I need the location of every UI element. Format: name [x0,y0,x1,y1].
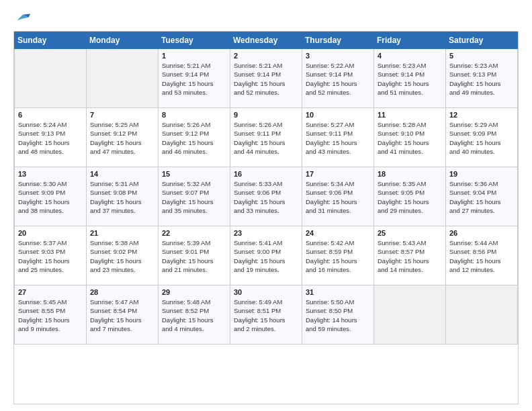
day-number: 15 [162,170,226,178]
calendar-cell: 24Sunrise: 5:42 AM Sunset: 8:59 PM Dayli… [302,226,374,285]
calendar-cell: 9Sunrise: 5:26 AM Sunset: 9:11 PM Daylig… [230,108,302,167]
day-info: Sunrise: 5:38 AM Sunset: 9:02 PM Dayligh… [90,238,154,274]
calendar-cell [374,285,446,345]
page: SundayMondayTuesdayWednesdayThursdayFrid… [0,0,532,411]
day-number: 18 [378,170,442,178]
weekday-header: Monday [87,32,159,49]
day-number: 29 [162,288,226,296]
day-number: 4 [378,52,442,60]
day-info: Sunrise: 5:23 AM Sunset: 9:13 PM Dayligh… [449,61,514,97]
calendar-cell: 23Sunrise: 5:41 AM Sunset: 9:00 PM Dayli… [230,226,302,285]
calendar-cell: 15Sunrise: 5:32 AM Sunset: 9:07 PM Dayli… [159,167,230,226]
day-number: 10 [306,111,370,119]
day-number: 23 [234,229,298,237]
calendar-cell: 16Sunrise: 5:33 AM Sunset: 9:06 PM Dayli… [230,167,302,226]
day-info: Sunrise: 5:45 AM Sunset: 8:55 PM Dayligh… [18,298,83,333]
calendar-cell: 25Sunrise: 5:43 AM Sunset: 8:57 PM Dayli… [374,226,446,285]
calendar-cell [446,285,518,345]
calendar-cell: 3Sunrise: 5:22 AM Sunset: 9:14 PM Daylig… [302,49,374,108]
day-number: 30 [234,288,298,296]
calendar: SundayMondayTuesdayWednesdayThursdayFrid… [13,31,519,404]
day-info: Sunrise: 5:26 AM Sunset: 9:11 PM Dayligh… [234,120,298,156]
day-number: 31 [306,288,370,296]
day-info: Sunrise: 5:43 AM Sunset: 8:57 PM Dayligh… [378,238,442,274]
calendar-cell: 22Sunrise: 5:39 AM Sunset: 9:01 PM Dayli… [159,226,230,285]
day-info: Sunrise: 5:47 AM Sunset: 8:54 PM Dayligh… [90,298,154,333]
day-number: 12 [449,111,514,119]
day-number: 20 [18,229,83,237]
day-info: Sunrise: 5:44 AM Sunset: 8:56 PM Dayligh… [449,238,514,274]
day-info: Sunrise: 5:23 AM Sunset: 9:14 PM Dayligh… [378,61,442,97]
day-number: 1 [162,52,226,60]
day-number: 13 [18,170,83,178]
day-info: Sunrise: 5:48 AM Sunset: 8:52 PM Dayligh… [162,298,226,333]
weekday-header: Saturday [446,32,518,49]
day-info: Sunrise: 5:32 AM Sunset: 9:07 PM Dayligh… [162,179,226,215]
day-number: 16 [234,170,298,178]
day-number: 21 [90,229,154,237]
day-info: Sunrise: 5:34 AM Sunset: 9:06 PM Dayligh… [306,179,370,215]
calendar-cell: 28Sunrise: 5:47 AM Sunset: 8:54 PM Dayli… [87,285,159,345]
header [13,11,519,24]
day-info: Sunrise: 5:21 AM Sunset: 9:14 PM Dayligh… [162,61,226,97]
day-info: Sunrise: 5:22 AM Sunset: 9:14 PM Dayligh… [306,61,370,97]
calendar-cell: 7Sunrise: 5:25 AM Sunset: 9:12 PM Daylig… [87,108,159,167]
calendar-cell: 20Sunrise: 5:37 AM Sunset: 9:03 PM Dayli… [15,226,87,285]
calendar-cell: 4Sunrise: 5:23 AM Sunset: 9:14 PM Daylig… [374,49,446,108]
calendar-cell: 31Sunrise: 5:50 AM Sunset: 8:50 PM Dayli… [302,285,374,345]
calendar-cell: 8Sunrise: 5:26 AM Sunset: 9:12 PM Daylig… [159,108,230,167]
day-info: Sunrise: 5:37 AM Sunset: 9:03 PM Dayligh… [18,238,83,274]
day-info: Sunrise: 5:27 AM Sunset: 9:11 PM Dayligh… [306,120,370,156]
calendar-cell: 14Sunrise: 5:31 AM Sunset: 9:08 PM Dayli… [87,167,159,226]
day-info: Sunrise: 5:21 AM Sunset: 9:14 PM Dayligh… [234,61,298,97]
calendar-cell: 18Sunrise: 5:35 AM Sunset: 9:05 PM Dayli… [374,167,446,226]
day-number: 5 [449,52,514,60]
weekday-header: Thursday [302,32,374,49]
day-number: 24 [306,229,370,237]
calendar-cell: 27Sunrise: 5:45 AM Sunset: 8:55 PM Dayli… [15,285,87,345]
weekday-header: Sunday [15,32,87,49]
calendar-cell: 26Sunrise: 5:44 AM Sunset: 8:56 PM Dayli… [446,226,518,285]
calendar-cell: 19Sunrise: 5:36 AM Sunset: 9:04 PM Dayli… [446,167,518,226]
day-number: 17 [306,170,370,178]
day-number: 28 [90,288,154,296]
day-info: Sunrise: 5:41 AM Sunset: 9:00 PM Dayligh… [234,238,298,274]
calendar-cell [15,49,87,108]
day-info: Sunrise: 5:35 AM Sunset: 9:05 PM Dayligh… [378,179,442,215]
day-info: Sunrise: 5:30 AM Sunset: 9:09 PM Dayligh… [18,179,83,215]
weekday-header: Tuesday [159,32,230,49]
day-info: Sunrise: 5:50 AM Sunset: 8:50 PM Dayligh… [306,298,370,333]
calendar-cell: 21Sunrise: 5:38 AM Sunset: 9:02 PM Dayli… [87,226,159,285]
calendar-cell: 5Sunrise: 5:23 AM Sunset: 9:13 PM Daylig… [446,49,518,108]
calendar-cell: 11Sunrise: 5:28 AM Sunset: 9:10 PM Dayli… [374,108,446,167]
calendar-cell: 6Sunrise: 5:24 AM Sunset: 9:13 PM Daylig… [15,108,87,167]
calendar-cell: 2Sunrise: 5:21 AM Sunset: 9:14 PM Daylig… [230,49,302,108]
calendar-cell: 1Sunrise: 5:21 AM Sunset: 9:14 PM Daylig… [159,49,230,108]
day-number: 25 [378,229,442,237]
day-number: 2 [234,52,298,60]
day-number: 22 [162,229,226,237]
day-number: 3 [306,52,370,60]
calendar-body: 1Sunrise: 5:21 AM Sunset: 9:14 PM Daylig… [15,49,518,345]
day-number: 19 [449,170,514,178]
day-info: Sunrise: 5:33 AM Sunset: 9:06 PM Dayligh… [234,179,298,215]
day-number: 14 [90,170,154,178]
day-info: Sunrise: 5:29 AM Sunset: 9:09 PM Dayligh… [449,120,514,156]
logo [13,11,34,24]
calendar-cell: 17Sunrise: 5:34 AM Sunset: 9:06 PM Dayli… [302,167,374,226]
day-number: 7 [90,111,154,119]
day-info: Sunrise: 5:28 AM Sunset: 9:10 PM Dayligh… [378,120,442,156]
day-info: Sunrise: 5:36 AM Sunset: 9:04 PM Dayligh… [449,179,514,215]
day-info: Sunrise: 5:31 AM Sunset: 9:08 PM Dayligh… [90,179,154,215]
weekday-header: Wednesday [230,32,302,49]
calendar-cell: 29Sunrise: 5:48 AM Sunset: 8:52 PM Dayli… [159,285,230,345]
logo-icon [13,11,32,24]
day-number: 11 [378,111,442,119]
day-number: 9 [234,111,298,119]
day-info: Sunrise: 5:39 AM Sunset: 9:01 PM Dayligh… [162,238,226,274]
day-number: 6 [18,111,83,119]
calendar-cell: 13Sunrise: 5:30 AM Sunset: 9:09 PM Dayli… [15,167,87,226]
calendar-cell: 12Sunrise: 5:29 AM Sunset: 9:09 PM Dayli… [446,108,518,167]
day-number: 8 [162,111,226,119]
calendar-cell: 30Sunrise: 5:49 AM Sunset: 8:51 PM Dayli… [230,285,302,345]
